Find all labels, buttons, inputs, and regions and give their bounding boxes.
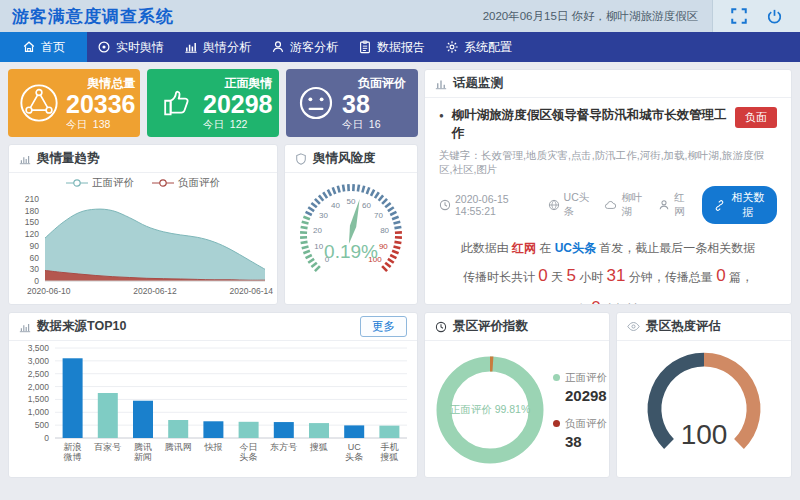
svg-text:2,500: 2,500 <box>28 369 50 379</box>
negative-badge: 负面 <box>735 107 777 128</box>
config-icon <box>445 40 459 54</box>
svg-text:150: 150 <box>25 217 39 227</box>
summary-text: 小时 <box>576 270 607 284</box>
row-bottom: 数据来源TOP10更多 05001,0001,5002,0002,5003,00… <box>8 312 792 478</box>
summary-text: 0 <box>538 266 547 285</box>
bar[interactable] <box>309 423 329 438</box>
legend-dot <box>553 374 560 381</box>
bar[interactable] <box>274 422 294 438</box>
svg-text:2020-06-12: 2020-06-12 <box>133 286 177 296</box>
stat-today: 今日 122 <box>203 118 273 132</box>
heat-value: 100 <box>617 419 791 451</box>
topic-chart-icon <box>435 78 447 90</box>
svg-text:1,000: 1,000 <box>28 407 50 417</box>
svg-text:80: 80 <box>380 226 389 235</box>
power-icon[interactable] <box>766 8 783 25</box>
main-content: 舆情总量 20336 今日 138 正面舆情 20298 今日 122 负面评价… <box>0 62 800 485</box>
heat-gauge <box>617 341 791 475</box>
svg-text:60: 60 <box>362 201 371 210</box>
realtime-icon <box>97 40 111 54</box>
more-button[interactable]: 更多 <box>360 316 407 337</box>
stat-card-total: 舆情总量 20336 今日 138 <box>8 69 140 137</box>
fullscreen-icon[interactable] <box>730 7 748 25</box>
nav-label: 舆情分析 <box>203 39 251 56</box>
svg-text:腾讯网: 腾讯网 <box>165 442 192 452</box>
svg-text:头条: 头条 <box>345 452 363 462</box>
top-header: 游客满意度调查系统 2020年06月15日 你好，柳叶湖旅游度假区 <box>0 0 800 32</box>
legend-value: 20298 <box>565 387 607 404</box>
svg-text:新闻: 新闻 <box>134 452 152 462</box>
meta-time: 2020-06-15 14:55:21 <box>439 193 535 217</box>
svg-text:120: 120 <box>25 229 39 239</box>
evaluation-title: 景区评价指数 <box>453 318 528 335</box>
eval-clock-icon <box>435 321 447 333</box>
bar[interactable] <box>168 420 188 438</box>
sources-panel: 数据来源TOP10更多 05001,0001,5002,0002,5003,00… <box>8 312 418 478</box>
bar[interactable] <box>239 422 259 438</box>
svg-text:30: 30 <box>319 211 328 220</box>
svg-text:腾讯: 腾讯 <box>134 442 152 452</box>
risk-title: 舆情风险度 <box>313 150 376 167</box>
bar[interactable] <box>63 358 83 438</box>
sources-chart-icon <box>19 321 31 333</box>
summary-text: 5 <box>566 266 575 285</box>
bar[interactable] <box>98 393 118 438</box>
nav-item-config[interactable]: 系统配置 <box>435 32 522 62</box>
svg-text:70: 70 <box>374 211 383 220</box>
stat-card-negative: 负面评价 38 今日 16 <box>286 69 418 137</box>
bar[interactable] <box>344 425 364 438</box>
svg-text:210: 210 <box>25 194 39 204</box>
svg-text:50: 50 <box>347 197 356 206</box>
eval-legend-item[interactable]: 正面评价20298 <box>553 371 607 404</box>
nav-item-realtime[interactable]: 实时舆情 <box>87 32 174 62</box>
eval-legend-item[interactable]: 负面评价38 <box>553 417 607 450</box>
bar[interactable] <box>203 421 223 438</box>
svg-text:手机: 手机 <box>380 442 398 452</box>
summary-text: 在 <box>536 241 555 255</box>
legend-dot <box>553 420 560 427</box>
related-data-button[interactable]: 相关数据 <box>702 186 777 224</box>
header-right: 2020年06月15日 你好，柳叶湖旅游度假区 <box>483 0 800 32</box>
bar[interactable] <box>379 426 399 438</box>
summary-text: 分钟，传播总量 <box>626 270 717 284</box>
topic-headline[interactable]: 柳叶湖旅游度假区领导督导防汛和城市长效管理工作 <box>452 107 727 142</box>
svg-text:60: 60 <box>30 253 40 263</box>
svg-text:今日: 今日 <box>240 442 258 452</box>
bullet-icon: ● <box>439 107 444 124</box>
cloud-icon <box>604 199 617 211</box>
evaluation-panel: 景区评价指数 正面评价 99.81% 正面评价20298负面评价38 <box>424 312 610 478</box>
topic-title: 话题监测 <box>453 75 503 92</box>
topic-panel: 话题监测 ● 柳叶湖旅游度假区领导督导防汛和城市长效管理工作 负面 关键字：长效… <box>424 69 792 305</box>
svg-text:UC: UC <box>348 442 361 452</box>
svg-text:3,500: 3,500 <box>28 343 50 353</box>
analysis-icon <box>184 40 198 54</box>
sources-chart: 05001,0001,5002,0002,5003,0003,500新浪微博百家… <box>9 341 417 478</box>
nav-item-visitor[interactable]: 游客分析 <box>261 32 348 62</box>
bar[interactable] <box>133 401 153 438</box>
stat-today: 今日 16 <box>342 118 406 132</box>
summary-text: 0 <box>591 298 600 305</box>
svg-text:3,000: 3,000 <box>28 356 50 366</box>
nav-item-analysis[interactable]: 舆情分析 <box>174 32 261 62</box>
svg-text:2,000: 2,000 <box>28 382 50 392</box>
app-title: 游客满意度调查系统 <box>0 5 174 28</box>
topic-item: ● 柳叶湖旅游度假区领导督导防汛和城市长效管理工作 负面 <box>439 107 777 142</box>
svg-text:500: 500 <box>35 420 49 430</box>
trend-legend: 正面评价负面评价 <box>9 173 277 193</box>
summary-text: 天 <box>548 270 567 284</box>
nav-item-report[interactable]: 数据报告 <box>348 32 435 62</box>
svg-text:1,500: 1,500 <box>28 394 50 404</box>
topic-summary: 此数据由 红网 在 UC头条 首发，截止最后一条相关数据传播时长共计 0 天 5… <box>439 237 777 305</box>
eye-icon <box>627 321 640 332</box>
home-icon <box>22 40 36 54</box>
system-icons <box>712 0 800 32</box>
thumbs-up-icon <box>157 83 197 123</box>
trend-chart-icon <box>19 153 31 165</box>
svg-text:东方号: 东方号 <box>269 442 297 452</box>
summary-text: 31 <box>607 266 626 285</box>
legend-item[interactable]: 正面评价 <box>66 176 134 190</box>
svg-text:40: 40 <box>331 201 340 210</box>
nav-item-home[interactable]: 首页 <box>0 32 87 62</box>
legend-item[interactable]: 负面评价 <box>152 176 220 190</box>
svg-text:180: 180 <box>25 206 39 216</box>
